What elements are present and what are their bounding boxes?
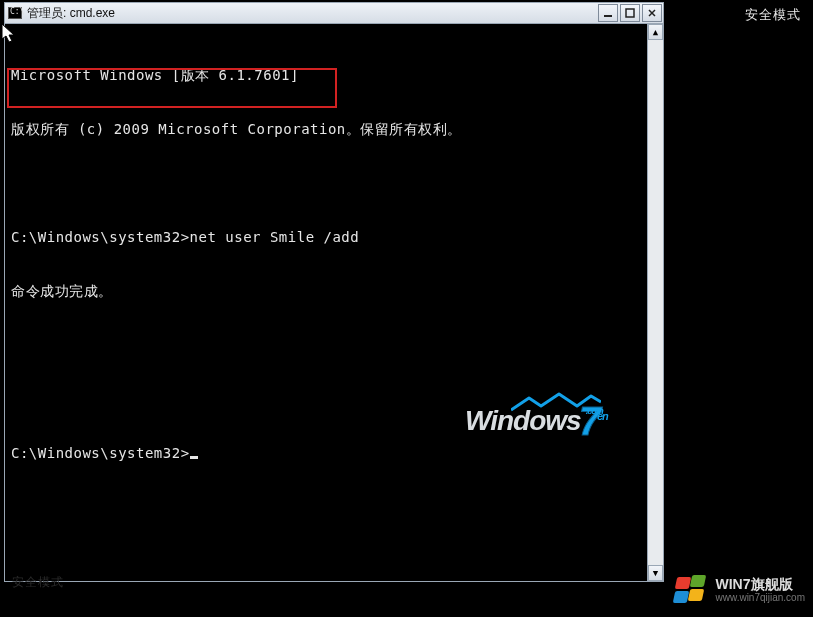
scroll-up-button[interactable]: ▲	[648, 24, 663, 40]
terminal-client-area[interactable]: Microsoft Windows [版本 6.1.7601] 版权所有 (c)…	[5, 24, 663, 581]
terminal-line: 版权所有 (c) 2009 Microsoft Corporation。保留所有…	[11, 120, 645, 138]
terminal-prompt-text: C:\Windows\system32>	[11, 445, 190, 461]
app-icon[interactable]: C:\	[5, 7, 25, 19]
terminal-line: Microsoft Windows [版本 6.1.7601]	[11, 66, 645, 84]
maximize-button[interactable]	[620, 4, 640, 22]
close-icon	[647, 8, 657, 18]
bottom-left-faint-label: 安全模式	[12, 574, 64, 591]
terminal-line	[11, 174, 645, 192]
window-title: 管理员: cmd.exe	[25, 5, 597, 22]
terminal-cursor	[190, 456, 198, 459]
cmd-window: C:\ 管理员: cmd.exe Microsoft Windows [版本 6…	[4, 2, 664, 582]
vertical-scrollbar[interactable]: ▲ ▼	[647, 24, 663, 581]
terminal-line	[11, 390, 645, 408]
window-controls	[597, 3, 663, 23]
site-badge: WIN7旗舰版 www.win7qijian.com	[674, 575, 805, 605]
svg-rect-1	[626, 9, 634, 17]
scroll-track[interactable]	[648, 40, 663, 565]
scroll-down-button[interactable]: ▼	[648, 565, 663, 581]
terminal-prompt-line: C:\Windows\system32>	[11, 444, 645, 462]
terminal-line: C:\Windows\system32>net user Smile /add	[11, 228, 645, 246]
maximize-icon	[625, 8, 635, 18]
safe-mode-label: 安全模式	[745, 6, 801, 24]
terminal-content: Microsoft Windows [版本 6.1.7601] 版权所有 (c)…	[11, 30, 645, 498]
terminal-line	[11, 336, 645, 354]
minimize-button[interactable]	[598, 4, 618, 22]
badge-title: WIN7旗舰版	[716, 577, 805, 592]
badge-subtitle: www.win7qijian.com	[716, 592, 805, 603]
cmd-icon: C:\	[8, 7, 22, 19]
windows-flag-icon	[674, 575, 708, 605]
terminal-line: 命令成功完成。	[11, 282, 645, 300]
svg-rect-0	[604, 15, 612, 17]
titlebar[interactable]: C:\ 管理员: cmd.exe	[5, 2, 663, 24]
close-button[interactable]	[642, 4, 662, 22]
minimize-icon	[603, 8, 613, 18]
